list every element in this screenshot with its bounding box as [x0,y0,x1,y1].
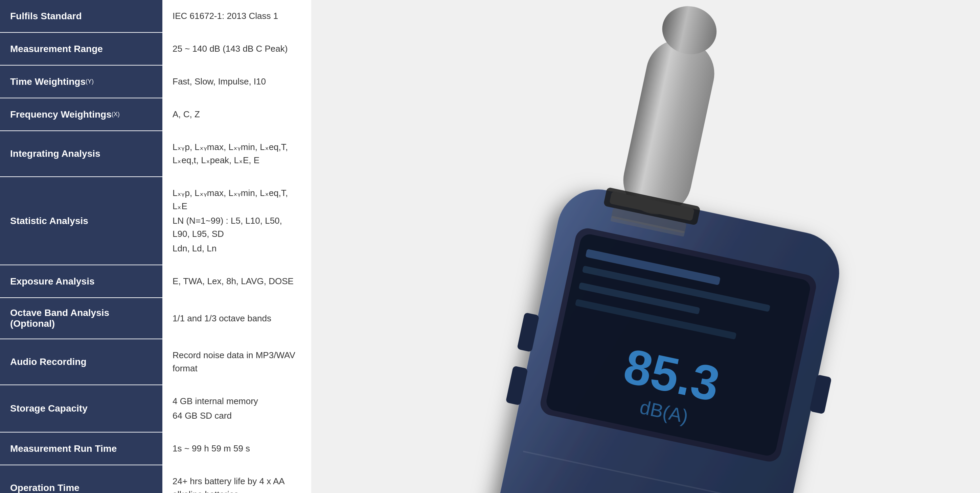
label-fulfils-standard: Fulfils Standard [0,0,162,32]
label-statistic-analysis: Statistic Analysis [0,177,162,265]
label-octave-band: Octave Band Analysis (Optional) [0,298,162,339]
row-frequency-weightings: Frequency Weightings(X)A, C, Z [0,98,311,131]
value-statistic-analysis: Lₓᵧp, Lₓᵧmax, Lₓᵧmin, Lₓeq,T, LₓELN (N=1… [162,177,311,265]
row-measurement-range: Measurement Range25 ~ 140 dB (143 dB C P… [0,33,311,65]
label-integrating-analysis: Integrating Analysis [0,131,162,176]
row-storage-capacity: Storage Capacity4 GB internal memory64 G… [0,385,311,433]
value-storage-capacity: 4 GB internal memory64 GB SD card [162,385,311,432]
label-exposure-analysis: Exposure Analysis [0,265,162,297]
value-measurement-run-time: 1s ~ 99 h 59 m 59 s [162,433,311,464]
value-octave-band: 1/1 and 1/3 octave bands [162,298,311,339]
value-fulfils-standard: IEC 61672-1: 2013 Class 1 [162,0,311,32]
value-integrating-analysis: Lₓᵧp, Lₓᵧmax, Lₓᵧmin, Lₓeq,T, Lₓeq,t, Lₓ… [162,131,311,176]
row-statistic-analysis: Statistic AnalysisLₓᵧp, Lₓᵧmax, Lₓᵧmin, … [0,177,311,265]
row-audio-recording: Audio RecordingRecord noise data in MP3/… [0,339,311,385]
row-time-weightings: Time Weightings(Y)Fast, Slow, Impulse, I… [0,65,311,98]
value-audio-recording: Record noise data in MP3/WAV format [162,339,311,385]
label-frequency-weightings: Frequency Weightings(X) [0,98,162,130]
row-fulfils-standard: Fulfils StandardIEC 61672-1: 2013 Class … [0,0,311,33]
label-audio-recording: Audio Recording [0,339,162,385]
value-exposure-analysis: E, TWA, Lex, 8h, LAVG, DOSE [162,265,311,297]
value-frequency-weightings: A, C, Z [162,98,311,130]
label-time-weightings: Time Weightings(Y) [0,65,162,98]
row-integrating-analysis: Integrating AnalysisLₓᵧp, Lₓᵧmax, Lₓᵧmin… [0,131,311,177]
row-operation-time: Operation Time24+ hrs battery life by 4 … [0,465,311,493]
device-image-panel: 85.3 dB(A) SLM [311,0,980,493]
row-measurement-run-time: Measurement Run Time1s ~ 99 h 59 m 59 s [0,433,311,465]
label-measurement-range: Measurement Range [0,33,162,65]
value-operation-time: 24+ hrs battery life by 4 x AA alkaline … [162,465,311,493]
spec-table: Fulfils StandardIEC 61672-1: 2013 Class … [0,0,311,493]
label-measurement-run-time: Measurement Run Time [0,433,162,464]
label-storage-capacity: Storage Capacity [0,385,162,432]
device-illustration: 85.3 dB(A) SLM [311,0,980,493]
value-measurement-range: 25 ~ 140 dB (143 dB C Peak) [162,33,311,65]
row-exposure-analysis: Exposure AnalysisE, TWA, Lex, 8h, LAVG, … [0,265,311,298]
row-octave-band: Octave Band Analysis (Optional)1/1 and 1… [0,298,311,339]
label-operation-time: Operation Time [0,465,162,493]
value-time-weightings: Fast, Slow, Impulse, I10 [162,65,311,98]
